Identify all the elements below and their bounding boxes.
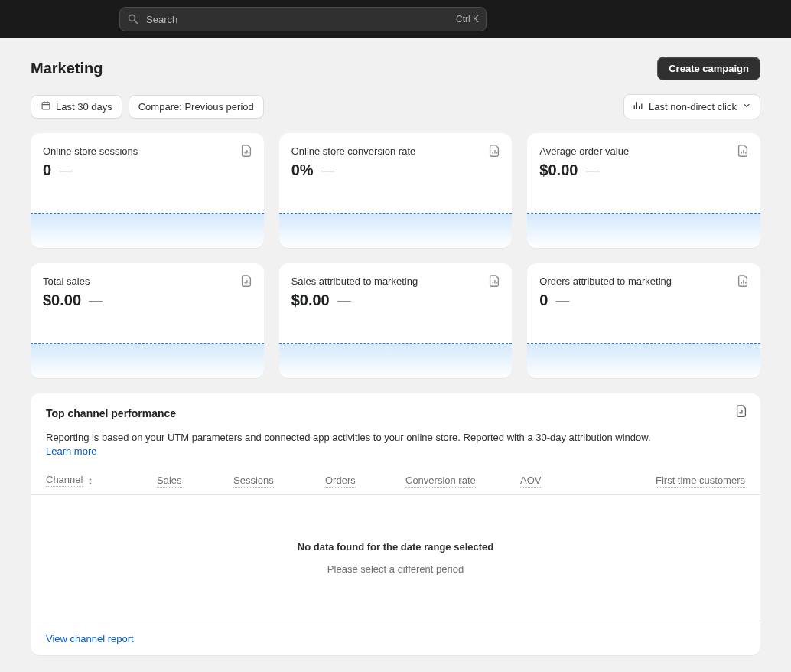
metrics-grid: Online store sessions 0 — Online store c… bbox=[31, 133, 760, 378]
report-icon[interactable] bbox=[734, 404, 748, 418]
card-value-row: $0.00 — bbox=[291, 292, 500, 309]
date-range-label: Last 30 days bbox=[56, 101, 112, 113]
page-header: Marketing Create campaign bbox=[31, 57, 760, 80]
filters-left: Last 30 days Compare: Previous period bbox=[31, 95, 264, 119]
card-value-row: 0 — bbox=[539, 292, 748, 309]
card-title: Total sales bbox=[43, 276, 252, 287]
search-wrapper: Ctrl K bbox=[119, 7, 487, 31]
search-shortcut: Ctrl K bbox=[456, 14, 479, 24]
attribution-menu[interactable]: Last non-direct click bbox=[623, 94, 760, 119]
card-delta: — bbox=[555, 292, 569, 308]
learn-more-link[interactable]: Learn more bbox=[46, 445, 96, 457]
card-aov: Average order value $0.00 — bbox=[527, 133, 760, 248]
create-campaign-button[interactable]: Create campaign bbox=[657, 57, 760, 80]
card-title: Sales attributed to marketing bbox=[291, 276, 500, 287]
attribution-label: Last non-direct click bbox=[649, 101, 737, 113]
chart-fill bbox=[527, 214, 760, 248]
th-first-time-customers[interactable]: First time customers bbox=[656, 474, 745, 487]
channel-performance-panel: Top channel performance Reporting is bas… bbox=[31, 393, 760, 655]
card-total-sales: Total sales $0.00 — bbox=[31, 263, 264, 378]
report-icon[interactable] bbox=[239, 144, 253, 158]
card-conversion-rate: Online store conversion rate 0% — bbox=[279, 133, 513, 248]
panel-description: Reporting is based on your UTM parameter… bbox=[46, 432, 745, 443]
page-content: Marketing Create campaign Last 30 days C… bbox=[0, 38, 791, 672]
svg-rect-0 bbox=[42, 103, 50, 109]
th-aov-label: AOV bbox=[520, 475, 541, 488]
th-aov[interactable]: AOV bbox=[520, 474, 604, 487]
card-chart bbox=[527, 213, 760, 248]
top-bar: Ctrl K bbox=[0, 0, 791, 38]
search-icon bbox=[127, 13, 139, 25]
report-icon bbox=[632, 99, 644, 114]
chart-fill bbox=[527, 344, 760, 378]
filters-right: Last non-direct click bbox=[623, 94, 760, 119]
card-title: Online store sessions bbox=[43, 145, 252, 157]
empty-state-title: No data found for the date range selecte… bbox=[46, 541, 745, 553]
chart-fill bbox=[31, 344, 264, 378]
card-value: $0.00 bbox=[291, 292, 330, 309]
compare-label: Compare: Previous period bbox=[138, 101, 254, 113]
th-sessions[interactable]: Sessions bbox=[233, 474, 325, 487]
card-value-row: 0% — bbox=[291, 161, 500, 179]
chart-fill bbox=[279, 344, 513, 378]
card-delta: — bbox=[585, 162, 599, 178]
card-chart bbox=[527, 343, 760, 378]
calendar-icon bbox=[41, 100, 51, 113]
card-value: $0.00 bbox=[539, 161, 578, 179]
card-value-row: $0.00 — bbox=[539, 161, 748, 179]
card-value-row: 0 — bbox=[43, 161, 252, 179]
card-title: Online store conversion rate bbox=[291, 145, 500, 157]
page-title: Marketing bbox=[31, 60, 103, 77]
card-value: 0 bbox=[539, 292, 548, 309]
th-channel-label: Channel bbox=[46, 474, 83, 487]
card-value: 0% bbox=[291, 161, 314, 179]
card-value: 0 bbox=[43, 161, 51, 179]
report-icon[interactable] bbox=[487, 274, 501, 288]
card-chart bbox=[279, 343, 513, 378]
table-header: Channel Sales Sessions Orders Conversion… bbox=[31, 468, 760, 495]
th-orders[interactable]: Orders bbox=[325, 474, 405, 487]
empty-state: No data found for the date range selecte… bbox=[31, 495, 760, 621]
th-orders-label: Orders bbox=[325, 475, 356, 488]
view-channel-report-link[interactable]: View channel report bbox=[46, 633, 134, 644]
th-conversion[interactable]: Conversion rate bbox=[405, 474, 520, 487]
card-delta: — bbox=[337, 292, 351, 308]
card-chart bbox=[31, 343, 264, 378]
chart-fill bbox=[31, 214, 264, 248]
report-icon[interactable] bbox=[736, 274, 750, 288]
th-channel[interactable]: Channel bbox=[46, 474, 157, 487]
report-icon[interactable] bbox=[487, 144, 501, 158]
sort-icon bbox=[86, 476, 95, 485]
empty-state-subtitle: Please select a different period bbox=[46, 563, 745, 575]
panel-title: Top channel performance bbox=[46, 407, 745, 419]
filters-row: Last 30 days Compare: Previous period La… bbox=[31, 94, 760, 119]
chevron-down-icon bbox=[741, 100, 752, 113]
card-delta: — bbox=[89, 292, 103, 308]
card-title: Average order value bbox=[539, 145, 748, 157]
card-delta: — bbox=[59, 162, 73, 178]
compare-button[interactable]: Compare: Previous period bbox=[129, 95, 264, 119]
search-input[interactable] bbox=[119, 7, 487, 31]
card-sales-attributed: Sales attributed to marketing $0.00 — bbox=[279, 263, 513, 378]
th-sales-label: Sales bbox=[157, 475, 182, 488]
date-range-button[interactable]: Last 30 days bbox=[31, 95, 122, 119]
panel-footer: View channel report bbox=[31, 621, 760, 655]
card-orders-attributed: Orders attributed to marketing 0 — bbox=[527, 263, 760, 378]
report-icon[interactable] bbox=[736, 144, 750, 158]
card-value: $0.00 bbox=[43, 292, 81, 309]
th-conversion-label: Conversion rate bbox=[405, 475, 476, 488]
report-icon[interactable] bbox=[239, 274, 253, 288]
card-title: Orders attributed to marketing bbox=[539, 276, 748, 287]
card-online-store-sessions: Online store sessions 0 — bbox=[31, 133, 264, 248]
th-sales[interactable]: Sales bbox=[157, 474, 233, 487]
card-delta: — bbox=[321, 162, 335, 178]
card-value-row: $0.00 — bbox=[43, 292, 252, 309]
th-ftc-label: First time customers bbox=[656, 475, 745, 488]
card-chart bbox=[279, 213, 513, 248]
card-chart bbox=[31, 213, 264, 248]
th-spacer bbox=[604, 474, 656, 487]
th-sessions-label: Sessions bbox=[233, 475, 274, 488]
chart-fill bbox=[279, 214, 513, 248]
